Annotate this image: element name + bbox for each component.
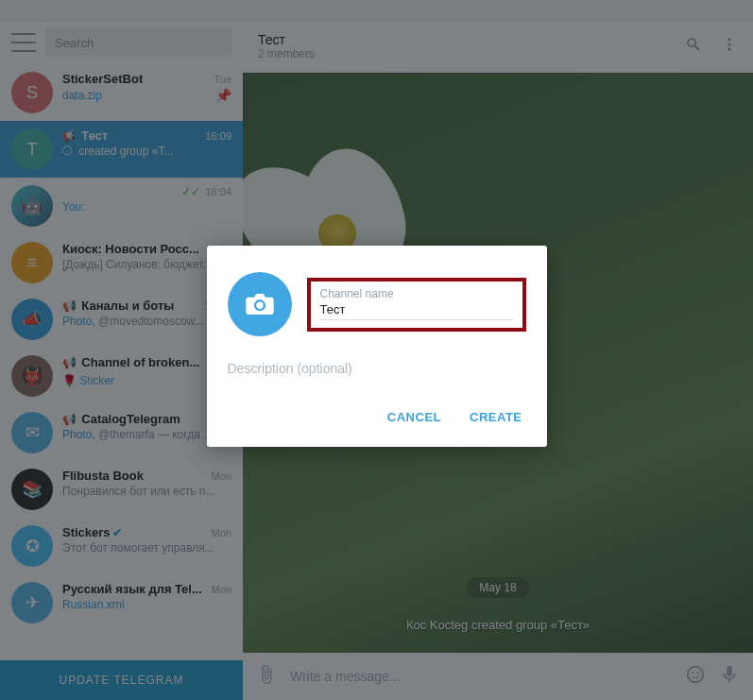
create-button[interactable]: CREATE xyxy=(470,410,522,424)
channel-photo-button[interactable] xyxy=(228,272,292,336)
app-root: Search SStickerSetBotTuedata.zip📌T📢 Тест… xyxy=(0,0,753,700)
cancel-button[interactable]: CANCEL xyxy=(387,410,441,424)
new-channel-dialog: Channel name Тест Description (optional)… xyxy=(207,246,547,447)
channel-name-label: Channel name xyxy=(320,287,513,300)
channel-name-input[interactable]: Тест xyxy=(320,302,513,320)
channel-description-input[interactable]: Description (optional) xyxy=(207,346,547,401)
channel-name-field-highlight: Channel name Тест xyxy=(307,278,526,332)
dialog-actions: CANCEL CREATE xyxy=(207,401,547,434)
